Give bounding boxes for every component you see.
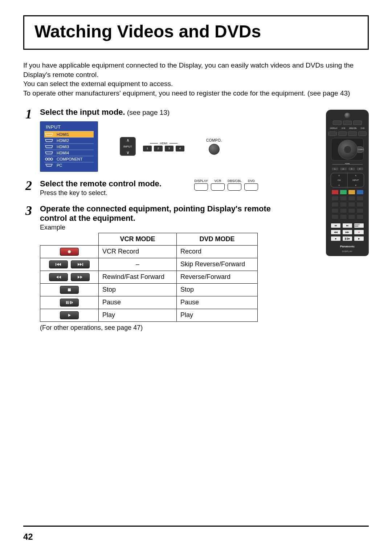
step-number: 1 bbox=[23, 108, 34, 172]
hdmi-port-icon bbox=[44, 138, 54, 143]
input-rocker-label: INPUT bbox=[123, 145, 132, 148]
step-subtext: Press the key to select. bbox=[40, 189, 162, 197]
remote-mode-label: DBS/CBL bbox=[349, 127, 357, 129]
step-heading: Select the remote control mode. bbox=[40, 179, 162, 189]
color-key-grid bbox=[331, 190, 364, 219]
cell-dvd: Record bbox=[177, 245, 258, 258]
remote-key bbox=[356, 214, 364, 219]
step-ref: (see page 13) bbox=[125, 109, 170, 116]
pause-step-icon: ❚❚/▶ bbox=[342, 236, 352, 241]
skip-back-icon bbox=[49, 260, 68, 268]
ch-input-rocker: ∧ CH ∨ ∧ INPUT ∨ bbox=[331, 173, 364, 187]
remote-mode-label: VCR bbox=[342, 127, 346, 129]
cell-dvd: Stop bbox=[177, 283, 258, 296]
remote-hdmi-key: 2 bbox=[340, 167, 347, 171]
svg-point-6 bbox=[68, 250, 71, 253]
title-box: Watching Videos and DVDs bbox=[23, 15, 369, 50]
svg-marker-23 bbox=[68, 314, 71, 317]
svg-rect-17 bbox=[68, 288, 71, 291]
svg-marker-15 bbox=[78, 276, 80, 279]
skip-forward-icon: ⏭ bbox=[342, 223, 352, 228]
stop-icon: ■ bbox=[331, 236, 341, 241]
remote-key bbox=[348, 214, 355, 219]
rewind-icon bbox=[49, 273, 68, 281]
remote-key bbox=[356, 196, 364, 201]
remote-key bbox=[331, 202, 339, 207]
fast-forward-icon bbox=[71, 273, 90, 281]
osd-label: COMPONENT bbox=[57, 157, 83, 161]
fast-forward-icon: ▶▶ bbox=[342, 230, 352, 235]
hdmi-port-icon bbox=[44, 132, 54, 137]
vga-port-icon bbox=[44, 163, 54, 167]
svg-marker-8 bbox=[57, 263, 59, 266]
intro-line: If you have applicable equipment connect… bbox=[23, 61, 369, 79]
pause-step-icon: / bbox=[60, 299, 79, 307]
cell-vcr: – bbox=[99, 258, 177, 271]
table-header-dvd: DVD MODE bbox=[177, 233, 258, 245]
keycap-icon bbox=[211, 183, 225, 191]
cell-vcr: Pause bbox=[99, 296, 177, 309]
play-icon: ▶ bbox=[354, 236, 364, 241]
mode-keys-row: DISPLAY VCR DBS/CBL bbox=[194, 179, 258, 191]
cell-dvd: Pause bbox=[177, 296, 258, 309]
chevron-down-icon: ∨ bbox=[126, 150, 130, 155]
table-row: – Skip Reverse/Forward bbox=[40, 258, 258, 271]
hdmi-strip: HDMI 1 2 3 4 bbox=[143, 142, 184, 151]
page-number: 42 bbox=[23, 532, 33, 542]
remote-key bbox=[340, 196, 347, 201]
remote-key bbox=[328, 131, 337, 136]
table-row: VCR Record Record bbox=[40, 245, 258, 258]
keycap-icon bbox=[228, 183, 241, 191]
remote-key bbox=[348, 202, 355, 207]
osd-item-hdmi1: HDMI1 bbox=[44, 131, 94, 137]
step-3: 3 Operate the connected equipment, point… bbox=[23, 204, 315, 332]
skip-back-icon: ⏮ bbox=[331, 223, 341, 228]
remote-key bbox=[353, 121, 362, 125]
input-osd: INPUT HDMI1 HDMI2 bbox=[40, 121, 98, 172]
remote-hdmi-key: 4 bbox=[356, 167, 364, 171]
color-key-yellow-icon bbox=[348, 190, 355, 195]
chevron-up-icon: ∧ bbox=[338, 174, 340, 177]
step-heading: Operate the connected equipment, pointin… bbox=[40, 204, 272, 223]
table-row: Stop Stop bbox=[40, 283, 258, 296]
component-icon bbox=[44, 157, 54, 161]
osd-label: HDMI3 bbox=[57, 145, 69, 149]
remote-key bbox=[340, 214, 347, 219]
table-footnote: (For other operations, see page 47) bbox=[40, 324, 315, 332]
svg-point-1 bbox=[48, 158, 50, 160]
mode-key-vcr: VCR bbox=[211, 179, 225, 191]
remote-key bbox=[348, 208, 355, 213]
keycap-icon bbox=[244, 183, 258, 191]
dpad-area: COMPO bbox=[331, 138, 364, 161]
mode-key-dbs-cbl: DBS/CBL bbox=[228, 179, 242, 191]
cell-vcr: VCR Record bbox=[99, 245, 177, 258]
remote-hdmi-key: 1 bbox=[331, 167, 339, 171]
remote-mode-label: DVD bbox=[361, 127, 365, 129]
osd-label: PC bbox=[57, 163, 62, 167]
osd-item-hdmi2: HDMI2 bbox=[44, 137, 94, 143]
svg-text:/: / bbox=[69, 301, 70, 304]
remote-illustration: DISPLAY VCR DBS/CBL DVD COMPO HDMI bbox=[326, 110, 369, 256]
table-row: / Pause Pause bbox=[40, 296, 258, 309]
ir-emitter-icon bbox=[344, 113, 350, 118]
input-label: INPUT bbox=[352, 179, 359, 181]
remote-key bbox=[333, 121, 342, 125]
footer-rule bbox=[23, 526, 369, 527]
remote-mode-label: DISPLAY bbox=[330, 127, 338, 129]
osd-label: HDMI1 bbox=[57, 132, 69, 137]
hdmi-key: 1 bbox=[143, 146, 152, 151]
osd-label: HDMI4 bbox=[57, 151, 69, 155]
page-title: Watching Videos and DVDs bbox=[34, 21, 358, 41]
intro-block: If you have applicable equipment connect… bbox=[23, 61, 369, 98]
compo-button: COMPO. bbox=[206, 138, 222, 155]
osd-title: INPUT bbox=[44, 124, 94, 131]
remote-key bbox=[348, 196, 355, 201]
chevron-down-icon: ∨ bbox=[338, 184, 340, 186]
remote-hdmi-key: 3 bbox=[348, 167, 355, 171]
cell-dvd: Skip Reverse/Forward bbox=[177, 258, 258, 271]
svg-marker-22 bbox=[72, 301, 73, 304]
compo-icon bbox=[209, 144, 220, 155]
example-label: Example bbox=[40, 224, 315, 231]
remote-key bbox=[331, 208, 339, 213]
step-number: 2 bbox=[23, 179, 34, 197]
